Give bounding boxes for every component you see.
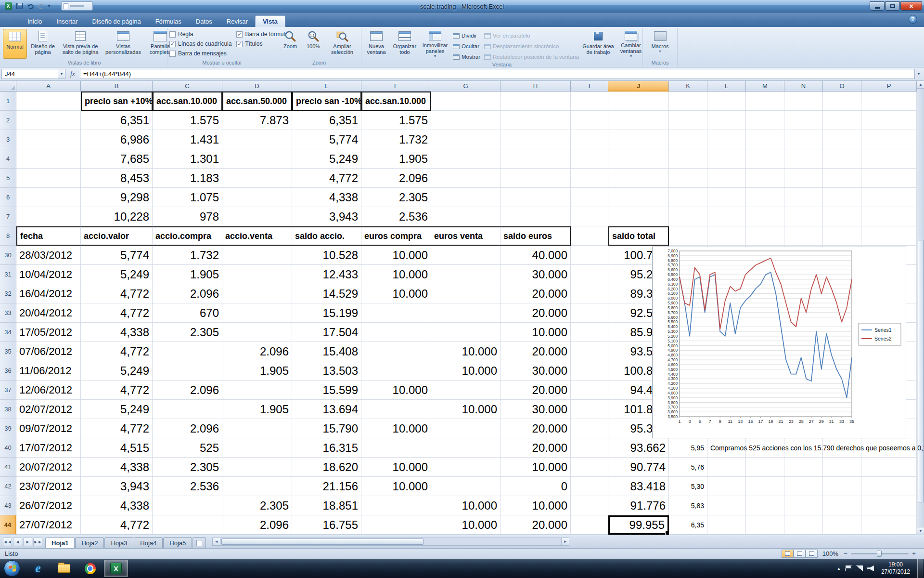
page-layout-shortcut[interactable] (794, 550, 806, 558)
zoom-button[interactable]: Zoom (279, 29, 302, 59)
cell-O8[interactable] (823, 226, 861, 246)
name-box-dropdown[interactable]: ▾ (58, 69, 65, 79)
row-header-2[interactable]: 2 (0, 111, 16, 130)
cell-H8[interactable]: saldo euros (500, 226, 571, 246)
cell-A30[interactable]: 28/03/2012 (16, 246, 81, 265)
cell-E35[interactable]: 15.408 (292, 342, 361, 361)
cell-E4[interactable]: 5,249 (292, 149, 361, 169)
column-header-I[interactable]: I (571, 81, 608, 92)
cell-E43[interactable]: 18.851 (292, 496, 361, 515)
cell-I4[interactable] (571, 149, 608, 169)
cell-F4[interactable]: 1.905 (361, 149, 431, 169)
cell-L5[interactable] (707, 169, 746, 188)
cell-F6[interactable]: 2.305 (361, 188, 431, 207)
cell-F36[interactable] (361, 361, 431, 381)
cell-C40[interactable]: 525 (153, 438, 222, 458)
cell-F43[interactable] (361, 496, 431, 515)
cell-B4[interactable]: 7,685 (81, 149, 153, 169)
cell-N8[interactable] (784, 226, 823, 246)
cell-M2[interactable] (746, 111, 784, 130)
cell-F37[interactable]: 10.000 (361, 381, 431, 400)
cell-B33[interactable]: 4,772 (81, 303, 153, 323)
cell-J6[interactable] (608, 188, 669, 207)
checkbox-regla[interactable]: Regla (169, 31, 231, 38)
cell-P4[interactable] (861, 149, 917, 169)
cell-G2[interactable] (431, 111, 500, 130)
scroll-down-arrow[interactable]: ▼ (917, 527, 924, 535)
cell-B7[interactable]: 10,228 (81, 207, 153, 226)
cell-H5[interactable] (500, 169, 571, 188)
cell-I37[interactable] (571, 381, 608, 400)
cell-K43[interactable]: 5,83 (669, 496, 707, 515)
cell-E30[interactable]: 10.528 (292, 246, 361, 265)
cell-D30[interactable] (222, 246, 292, 265)
checkbox-lineas-de-cuadricula[interactable]: ✓Líneas de cuadrícula (169, 40, 231, 47)
cell-E44[interactable]: 16.755 (292, 515, 361, 535)
cell-B43[interactable]: 4,338 (81, 496, 153, 515)
cell-L2[interactable] (707, 111, 746, 130)
cell-I34[interactable] (571, 323, 608, 342)
cell-E32[interactable]: 14.529 (292, 284, 361, 303)
column-header-J[interactable]: J (608, 81, 669, 92)
column-header-H[interactable]: H (500, 81, 571, 92)
cell-A37[interactable]: 12/06/2012 (16, 381, 81, 400)
row-header-3[interactable]: 3 (0, 130, 16, 149)
cell-D36[interactable]: 1.905 (222, 361, 292, 381)
cell-F31[interactable]: 10.000 (361, 265, 431, 284)
cell-D3[interactable] (222, 130, 292, 149)
cell-J41[interactable]: 90.774 (608, 458, 669, 477)
cell-K5[interactable] (669, 169, 707, 188)
scroll-up-arrow[interactable]: ▲ (917, 81, 924, 89)
cell-F38[interactable] (361, 400, 431, 419)
minimize-button[interactable] (870, 1, 885, 11)
cell-A33[interactable]: 20/04/2012 (16, 303, 81, 323)
row-header-31[interactable]: 31 (0, 265, 16, 284)
cell-F32[interactable]: 10.000 (361, 284, 431, 303)
cell-C3[interactable]: 1.431 (153, 130, 222, 149)
cell-C2[interactable]: 1.575 (153, 111, 222, 130)
cell-P6[interactable] (861, 188, 917, 207)
sheet-tab-hoja2[interactable]: Hoja2 (75, 537, 104, 548)
cell-D8[interactable]: accio.venta (222, 226, 292, 246)
cell-D34[interactable] (222, 323, 292, 342)
cell-H3[interactable] (500, 130, 571, 149)
cell-G34[interactable] (431, 323, 500, 342)
cell-E34[interactable]: 17.504 (292, 323, 361, 342)
cell-M7[interactable] (746, 207, 784, 226)
cell-A31[interactable]: 10/04/2012 (16, 265, 81, 284)
cell-K44[interactable]: 6,35 (669, 515, 707, 535)
cell-N3[interactable] (784, 130, 823, 149)
cell-D1[interactable]: acc.san.50.000 (222, 92, 292, 111)
cell-O4[interactable] (823, 149, 861, 169)
cell-G1[interactable] (431, 92, 500, 111)
cell-K42[interactable]: 5,30 (669, 477, 707, 496)
cell-D7[interactable] (222, 207, 292, 226)
cell-N43[interactable] (784, 496, 823, 515)
cell-L6[interactable] (707, 188, 746, 207)
cell-H42[interactable]: 0 (500, 477, 571, 496)
cell-N5[interactable] (784, 169, 823, 188)
close-button[interactable]: × (900, 1, 922, 11)
cell-O2[interactable] (823, 111, 861, 130)
row-header-41[interactable]: 41 (0, 458, 16, 477)
start-button[interactable] (4, 560, 20, 577)
normal-view-button[interactable]: Normal (3, 29, 27, 59)
row-header-33[interactable]: 33 (0, 303, 16, 323)
cell-I33[interactable] (571, 303, 608, 323)
column-header-B[interactable]: B (81, 81, 153, 92)
horizontal-scrollbar[interactable]: ◄ ► (212, 538, 569, 546)
cell-C34[interactable]: 2.305 (153, 323, 222, 342)
cell-D35[interactable]: 2.096 (222, 342, 292, 361)
cell-H40[interactable]: 20.000 (500, 438, 571, 458)
cell-B36[interactable]: 5,249 (81, 361, 153, 381)
cell-I36[interactable] (571, 361, 608, 381)
cell-P41[interactable] (861, 458, 917, 477)
zoom-slider[interactable]: − + (843, 550, 916, 557)
action-center-icon[interactable] (845, 565, 852, 571)
cell-C1[interactable]: acc.san.10.000 (153, 92, 222, 111)
cell-P7[interactable] (861, 207, 917, 226)
cell-M43[interactable] (746, 496, 784, 515)
page-break-preview-button[interactable]: Vista previa de salto de página (59, 29, 102, 59)
row-header-44[interactable]: 44 (0, 515, 16, 535)
cell-D2[interactable]: 7.873 (222, 111, 292, 130)
